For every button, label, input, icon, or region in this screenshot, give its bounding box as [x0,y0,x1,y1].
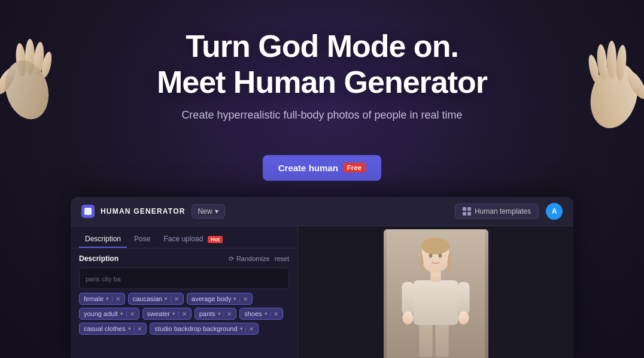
svg-point-10 [607,41,616,79]
tabs-bar: Description Pose Face upload Hot [71,226,297,248]
tag-caucasian: caucasian ▾ | ✕ [128,293,184,305]
close-icon[interactable]: ✕ [249,326,254,332]
tab-description[interactable]: Description [79,231,127,248]
close-icon[interactable]: ✕ [116,296,120,302]
tag-pants: pants ▾ | ✕ [195,308,237,320]
svg-point-21 [439,254,442,258]
chevron-down-icon: ▾ [128,326,131,332]
app-topbar-left: HUMAN GENERATOR New ▾ [81,204,225,219]
free-badge: Free [343,163,366,172]
chevron-down-icon: ▾ [240,326,243,332]
chevron-down-icon: ▾ [106,296,109,302]
hero-section: Turn God Mode on. Meet Human Generator C… [0,0,644,181]
human-templates-button[interactable]: Human templates [455,204,539,219]
chevron-down-icon: ▾ [218,311,221,317]
model-photo [384,229,488,358]
app-brand-name: HUMAN GENERATOR [101,207,186,216]
app-logo [81,205,95,218]
left-hand-decoration [0,18,60,126]
hot-badge: Hot [208,236,223,243]
grid-icon [463,207,471,216]
description-label: Description [79,254,119,263]
tag-casual-clothes: casual clothes ▾ | ✕ [79,323,147,335]
svg-point-25 [458,311,469,324]
tag-young-adult: young adult ▾ | ✕ [79,308,139,320]
app-topbar-right: Human templates A [455,203,563,220]
close-icon[interactable]: ✕ [274,311,278,317]
panel-content: Description ⟳ Randomize reset paris city… [71,248,297,341]
chevron-down-icon: ▾ [215,207,218,216]
right-panel [298,226,573,358]
user-avatar[interactable]: A [546,203,563,220]
hero-subtitle: Create hyperrealistic full-body photos o… [0,109,644,122]
cta-label: Create human [278,163,338,173]
svg-point-24 [403,311,414,324]
close-icon[interactable]: ✕ [182,311,187,317]
tag-female: female ▾ | ✕ [79,293,125,305]
chevron-down-icon: ▾ [265,311,268,317]
app-body: Description Pose Face upload Hot Descrip… [71,226,573,358]
close-icon[interactable]: ✕ [137,326,142,332]
close-icon[interactable]: ✕ [130,311,135,317]
shuffle-icon: ⟳ [229,255,234,263]
svg-rect-23 [458,282,470,315]
description-header: Description ⟳ Randomize reset [79,254,289,263]
tag-studio-backdrop: studio backdrop background ▾ | ✕ [150,323,259,335]
close-icon[interactable]: ✕ [227,311,232,317]
tags-container: female ▾ | ✕ caucasian ▾ | ✕ average b [79,293,289,335]
create-human-button[interactable]: Create human Free [263,155,381,181]
description-input-area: paris city ba [79,268,289,289]
close-icon[interactable]: ✕ [174,296,179,302]
tag-sweater: sweater ▾ | ✕ [142,308,192,320]
app-logo-icon [84,208,92,215]
chevron-down-icon: ▾ [233,296,236,302]
left-panel: Description Pose Face upload Hot Descrip… [71,226,298,358]
app-topbar: HUMAN GENERATOR New ▾ Human templates A [71,197,573,226]
svg-point-19 [421,238,450,254]
model-figure [387,229,485,358]
tab-face-upload[interactable]: Face upload Hot [157,231,228,248]
close-icon[interactable]: ✕ [243,296,248,302]
tab-pose[interactable]: Pose [128,231,156,248]
chevron-down-icon: ▾ [172,311,175,317]
chevron-down-icon: ▾ [165,296,168,302]
chevron-down-icon: ▾ [120,311,123,317]
svg-rect-16 [414,280,458,325]
app-window: HUMAN GENERATOR New ▾ Human templates A [71,197,573,358]
randomize-button[interactable]: ⟳ Randomize [229,255,270,263]
right-hand-decoration [572,18,644,138]
input-placeholder: paris city ba [86,275,121,283]
randomize-row: ⟳ Randomize reset [229,255,289,263]
svg-rect-22 [402,282,414,315]
tag-shoes: shoes ▾ | ✕ [239,308,283,320]
new-button[interactable]: New ▾ [192,204,225,219]
hero-title: Turn God Mode on. Meet Human Generator [0,29,644,101]
tag-average-body: average body ▾ | ✕ [187,293,253,305]
svg-point-20 [429,254,433,258]
reset-button[interactable]: reset [275,255,289,262]
